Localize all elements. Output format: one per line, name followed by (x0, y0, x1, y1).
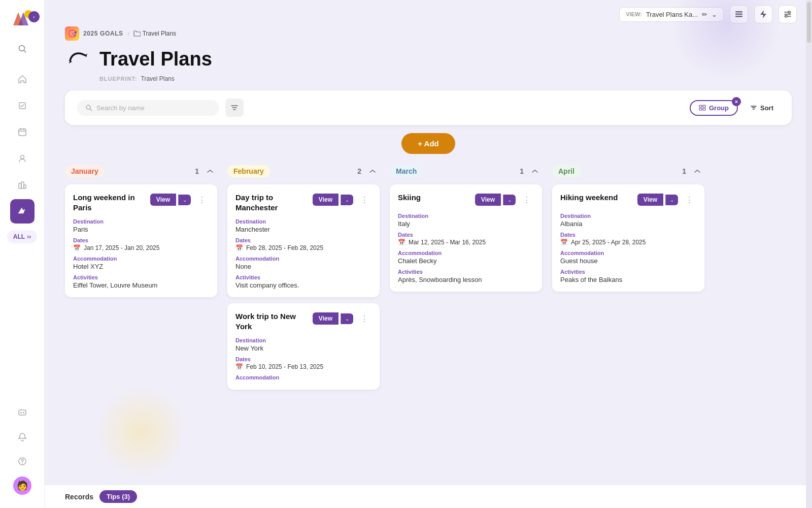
card-dropdown-button-march-0[interactable]: ⌄ (503, 195, 516, 205)
view-selector[interactable]: VIEW: Travel Plans Ka... ✏ ⌄ (619, 7, 724, 22)
svg-point-18 (22, 463, 23, 464)
svg-rect-6 (19, 129, 26, 136)
calendar-icon: 📅 (560, 239, 568, 246)
sidebar-item-home[interactable] (10, 67, 35, 91)
sidebar-search-icon[interactable] (12, 39, 32, 59)
col-label-january: January (65, 165, 105, 177)
filter-button[interactable] (225, 99, 244, 117)
add-button[interactable]: + Add (401, 133, 455, 154)
tips-badge[interactable]: Tips (3) (99, 490, 137, 503)
card-dropdown-button-january-0[interactable]: ⌄ (178, 195, 191, 205)
sidebar-expand-button[interactable]: › (28, 11, 40, 22)
svg-point-16 (23, 412, 24, 414)
card-header-february-0: Day trip to ManchesterView⌄⋮ (235, 193, 371, 212)
card-field-label-march-0-0: Destination (398, 213, 534, 219)
card-view-button-february-0[interactable]: View (313, 194, 339, 206)
col-label-march: March (390, 165, 423, 177)
sidebar-notifications-icon[interactable] (12, 427, 32, 447)
sidebar-help-icon[interactable] (12, 451, 32, 471)
view-name: Travel Plans Ka... (646, 11, 698, 18)
card-view-button-february-1[interactable]: View (313, 312, 339, 325)
svg-rect-14 (19, 410, 26, 415)
card-dropdown-button-february-0[interactable]: ⌄ (341, 195, 353, 205)
calendar-icon: 📅 (73, 244, 81, 251)
lightning-button[interactable] (754, 5, 772, 23)
chevron-right-icon: ›› (27, 233, 31, 240)
card-more-button-february-1[interactable]: ⋮ (357, 311, 371, 326)
card-more-button-february-0[interactable]: ⋮ (357, 193, 371, 207)
col-chevron-april[interactable] (690, 164, 704, 178)
sort-icon (750, 104, 757, 111)
card-dropdown-button-april-0[interactable]: ⌄ (665, 195, 678, 205)
edit-icon[interactable]: ✏ (702, 11, 707, 18)
breadcrumb-current[interactable]: Travel Plans (133, 30, 176, 37)
card-field-value-january-0-3: Eiffel Tower, Louvre Museum (73, 281, 209, 289)
scrollbar-thumb (807, 2, 811, 43)
group-button[interactable]: Group × (690, 100, 738, 116)
col-chevron-february[interactable] (365, 164, 380, 178)
col-chevron-january[interactable] (203, 164, 217, 178)
card-field-label-february-0-3: Activities (235, 274, 371, 280)
group-clear-button[interactable]: × (732, 97, 741, 106)
chevron-down-icon[interactable]: ⌄ (712, 11, 717, 18)
rows-view-button[interactable] (730, 5, 748, 23)
sidebar-item-tasks[interactable] (10, 93, 35, 118)
settings-button[interactable] (779, 5, 797, 23)
col-header-january: January1 (65, 164, 217, 178)
card-february-1: Work trip to New YorkView⌄⋮DestinationNe… (227, 303, 380, 390)
sidebar-item-projects[interactable] (10, 173, 35, 197)
card-field-label-february-1-1: Dates (235, 356, 371, 362)
svg-rect-32 (703, 108, 705, 110)
card-title-march-0: Skiing (398, 193, 471, 203)
calendar-icon: 📅 (235, 244, 243, 251)
card-field-label-march-0-3: Activities (398, 269, 534, 275)
card-field-value-march-0-2: Chalet Becky (398, 257, 534, 265)
date-text: Jan 17, 2025 - Jan 20, 2025 (84, 244, 159, 251)
card-more-button-march-0[interactable]: ⋮ (520, 193, 534, 207)
sidebar-all-button[interactable]: ALL ›› (7, 230, 37, 243)
col-chevron-march[interactable] (528, 164, 542, 178)
card-view-button-march-0[interactable]: View (475, 194, 501, 206)
card-view-button-january-0[interactable]: View (150, 194, 176, 206)
card-title-april-0: Hiking weekend (560, 193, 633, 203)
tips-label: Tips (3) (107, 493, 130, 500)
card-field-label-april-0-0: Destination (560, 213, 696, 219)
app-logo[interactable]: › (10, 6, 35, 30)
card-more-button-january-0[interactable]: ⋮ (195, 193, 209, 207)
card-title-february-0: Day trip to Manchester (235, 193, 309, 212)
card-field-label-january-0-0: Destination (73, 218, 209, 225)
card-january-0: Long weekend in ParisView⌄⋮DestinationPa… (65, 184, 217, 297)
card-view-button-april-0[interactable]: View (637, 194, 663, 206)
card-actions-april-0: View⌄⋮ (637, 193, 696, 207)
card-field-value-february-0-2: None (235, 263, 371, 270)
card-field-value-january-0-1: 📅Jan 17, 2025 - Jan 20, 2025 (73, 244, 209, 251)
card-field-value-april-0-2: Guest house (560, 257, 696, 265)
sidebar-user-avatar[interactable]: 🧑 (12, 475, 32, 496)
card-more-button-april-0[interactable]: ⋮ (682, 193, 696, 207)
card-header-april-0: Hiking weekendView⌄⋮ (560, 193, 696, 207)
blueprint-row: BLUEPRINT: Travel Plans (99, 75, 792, 82)
sidebar-item-calendar[interactable] (10, 120, 35, 144)
card-header-january-0: Long weekend in ParisView⌄⋮ (73, 193, 209, 212)
sidebar-ai-icon[interactable] (12, 402, 32, 423)
card-field-value-february-1-1: 📅Feb 10, 2025 - Feb 13, 2025 (235, 363, 371, 370)
sidebar-item-travel[interactable] (10, 199, 35, 224)
filter-icon (230, 104, 239, 112)
search-box[interactable]: Search by name (77, 100, 219, 116)
card-field-value-january-0-2: Hotel XYZ (73, 263, 209, 270)
breadcrumb-parent[interactable]: 2025 GOALS (83, 30, 123, 37)
card-field-value-april-0-1: 📅Apr 25, 2025 - Apr 28, 2025 (560, 239, 696, 246)
scrollbar[interactable] (806, 0, 812, 508)
card-field-value-february-0-0: Manchester (235, 226, 371, 233)
svg-line-28 (90, 109, 92, 111)
sort-button[interactable]: Sort (744, 101, 780, 115)
sidebar-item-people[interactable] (10, 146, 35, 171)
blueprint-label: BLUEPRINT: (99, 76, 137, 82)
topbar: VIEW: Travel Plans Ka... ✏ ⌄ (45, 0, 812, 26)
card-field-value-february-1-0: New York (235, 344, 371, 352)
page-title: Travel Plans (99, 48, 212, 70)
col-count-march: 1 (520, 167, 524, 175)
svg-point-10 (20, 155, 24, 159)
card-dropdown-button-february-1[interactable]: ⌄ (341, 313, 353, 324)
date-text: Feb 28, 2025 - Feb 28, 2025 (246, 244, 323, 251)
